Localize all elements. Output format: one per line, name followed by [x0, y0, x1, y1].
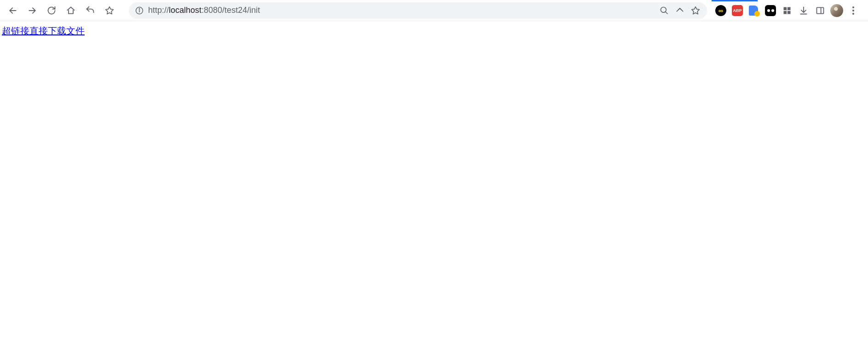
- address-bar-actions: [659, 6, 701, 16]
- undo-button[interactable]: [81, 1, 99, 20]
- downloads-button[interactable]: [796, 3, 811, 18]
- svg-rect-10: [788, 7, 791, 10]
- undo-icon: [86, 6, 95, 15]
- share-button[interactable]: [675, 6, 685, 16]
- download-icon: [799, 6, 808, 15]
- url-host: localhost: [169, 6, 201, 15]
- svg-rect-11: [784, 11, 787, 14]
- star-outline-icon: [691, 6, 700, 15]
- address-bar[interactable]: http://localhost:8080/test24/init: [129, 2, 707, 19]
- apps-button[interactable]: [780, 3, 794, 18]
- apps-grid-icon: [782, 6, 792, 15]
- download-link[interactable]: 超链接直接下载文件: [2, 26, 85, 36]
- star-icon: [105, 6, 114, 15]
- forward-button[interactable]: [23, 1, 41, 20]
- extension-dark[interactable]: [763, 3, 778, 18]
- home-button[interactable]: [62, 1, 80, 20]
- url-protocol: http://: [148, 6, 169, 15]
- svg-marker-2: [106, 6, 114, 14]
- svg-rect-12: [788, 11, 791, 14]
- extension-infinity[interactable]: ∞: [713, 3, 728, 18]
- svg-point-5: [139, 8, 140, 9]
- bookmark-button[interactable]: [690, 6, 701, 16]
- profile-button[interactable]: [829, 3, 844, 18]
- loading-indicator: [712, 0, 758, 1]
- browser-toolbar: http://localhost:8080/test24/init ∞ ABP: [0, 0, 868, 21]
- svg-marker-8: [692, 6, 700, 14]
- share-icon: [675, 6, 684, 15]
- kebab-menu-icon: [852, 6, 854, 15]
- svg-line-7: [666, 11, 668, 14]
- url-text[interactable]: http://localhost:8080/test24/init: [148, 6, 655, 15]
- arrow-right-icon: [28, 6, 37, 15]
- page-content: 超链接直接下载文件: [0, 21, 868, 41]
- infinity-icon: ∞: [715, 5, 726, 16]
- extension-note[interactable]: [747, 3, 761, 18]
- side-panel-icon: [816, 6, 825, 15]
- extension-abp[interactable]: ABP: [730, 3, 745, 18]
- zoom-icon: [660, 6, 669, 15]
- arrow-left-icon: [8, 6, 17, 15]
- zoom-button[interactable]: [659, 6, 669, 16]
- reload-button[interactable]: [42, 1, 61, 20]
- note-icon: [749, 6, 759, 16]
- star-nav-button[interactable]: [100, 1, 119, 20]
- svg-point-6: [661, 7, 667, 12]
- reload-icon: [47, 6, 56, 15]
- abp-icon: ABP: [732, 5, 743, 16]
- url-path: :8080/test24/init: [201, 6, 260, 15]
- back-button[interactable]: [4, 1, 22, 20]
- svg-rect-9: [784, 7, 787, 10]
- menu-button[interactable]: [846, 3, 861, 18]
- dark-eyes-icon: [765, 5, 776, 16]
- site-info-icon[interactable]: [135, 6, 144, 15]
- side-panel-button[interactable]: [813, 3, 828, 18]
- home-icon: [66, 6, 75, 15]
- svg-rect-15: [817, 7, 824, 13]
- avatar-icon: [830, 4, 843, 17]
- toolbar-right: ∞ ABP: [713, 3, 864, 18]
